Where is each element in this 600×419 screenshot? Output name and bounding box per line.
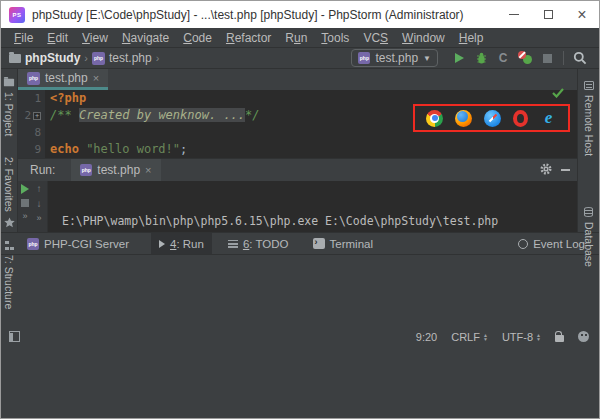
chevron-updown-icon: ▲▼	[483, 333, 488, 341]
caret-position[interactable]: 9:20	[416, 331, 437, 343]
remote-host-icon	[584, 81, 594, 90]
run-configuration-label: test.php	[375, 51, 418, 65]
tab-label: test.php	[45, 71, 88, 85]
coverage-button[interactable]	[492, 48, 514, 68]
menu-tools[interactable]: Tools	[314, 31, 356, 45]
menu-code[interactable]: Code	[176, 31, 219, 45]
main-area: 1: Project 7: Structure 2: Favorites tes…	[1, 69, 599, 232]
internet-explorer-icon[interactable]	[540, 110, 557, 127]
tool-window-bar: PHP-CGI Server 4: Run 6: TODO Terminal E…	[1, 232, 599, 254]
rerun-button[interactable]	[21, 184, 29, 194]
gear-icon	[539, 162, 553, 176]
left-tool-strip: 1: Project 7: Structure 2: Favorites	[1, 69, 18, 232]
menu-window[interactable]: Window	[395, 31, 452, 45]
settings-button[interactable]	[539, 162, 553, 179]
line-number: 1	[18, 90, 45, 107]
menu-navigate[interactable]: Navigate	[115, 31, 176, 45]
navigation-bar: phpStudy › test.php › test.php ▼	[1, 47, 599, 69]
phpstorm-logo-icon: PS	[9, 7, 25, 23]
php-file-icon	[27, 72, 40, 85]
lock-button[interactable]	[555, 331, 564, 342]
chrome-icon[interactable]	[426, 110, 443, 127]
tool-window-toggle-icon[interactable]	[9, 331, 20, 342]
menu-view[interactable]: View	[75, 31, 115, 45]
breadcrumb-separator-icon: ›	[84, 52, 88, 64]
database-icon	[584, 207, 593, 217]
close-button[interactable]	[565, 1, 599, 28]
minimize-button[interactable]	[497, 1, 531, 28]
php-file-icon	[358, 52, 370, 64]
tool-button-run[interactable]: 4: Run	[151, 233, 212, 254]
menu-file[interactable]: File	[7, 31, 40, 45]
console-line: E:\PHP\wamp\bin\php\php5.6.15\php.exe E:…	[62, 214, 577, 229]
maximize-button[interactable]	[531, 1, 565, 28]
run-button[interactable]	[448, 48, 470, 68]
breadcrumb-separator-icon: ›	[156, 52, 160, 64]
menu-vcs[interactable]: VCS	[356, 31, 395, 45]
tool-button-favorites[interactable]: 2: Favorites	[1, 157, 17, 228]
terminal-icon	[313, 238, 325, 249]
toolbar-divider	[563, 51, 564, 65]
structure-icon	[5, 241, 14, 250]
more-actions-icon[interactable]	[36, 214, 41, 222]
code-line: 9 echo "hello word!";	[18, 141, 577, 158]
search-everywhere-button[interactable]	[569, 48, 591, 68]
hide-panel-button[interactable]	[553, 169, 577, 171]
up-stack-trace-icon[interactable]	[37, 184, 42, 194]
unlock-icon	[555, 335, 564, 342]
php-file-icon	[92, 52, 105, 65]
safari-icon[interactable]	[484, 110, 501, 127]
fold-marker-icon[interactable]	[33, 112, 41, 120]
menu-refactor[interactable]: Refactor	[219, 31, 278, 45]
firefox-icon[interactable]	[455, 110, 472, 127]
php-open-tag: <?php	[50, 91, 86, 105]
todo-list-icon	[228, 240, 238, 248]
encoding-select[interactable]: UTF-8 ▲▼	[502, 331, 541, 343]
line-number: 8	[18, 124, 45, 141]
menu-run[interactable]: Run	[278, 31, 314, 45]
browser-popup-highlight	[413, 104, 570, 132]
stop-button[interactable]	[21, 199, 29, 207]
code-editor[interactable]: 1 <?php 2 /** Created by wenknow. ...*/ …	[18, 90, 577, 158]
debug-button[interactable]	[470, 48, 492, 68]
inspection-ok-icon	[552, 88, 564, 98]
tool-button-structure[interactable]: 7: Structure	[1, 241, 17, 309]
run-tab-test-php[interactable]: test.php	[71, 159, 160, 181]
breadcrumb-file[interactable]: test.php	[109, 51, 152, 65]
tool-button-remote-host[interactable]: Remote Host	[578, 81, 599, 156]
folded-comment[interactable]: Created by wenknow. ...	[79, 108, 245, 122]
window-title: phpStudy [E:\Code\phpStudy] - ...\test.p…	[32, 8, 497, 22]
profile-button[interactable]	[514, 48, 536, 68]
inspection-profile-button[interactable]	[578, 331, 589, 342]
tool-button-todo[interactable]: 6: TODO	[220, 233, 297, 254]
tool-button-database[interactable]: Database	[578, 207, 599, 267]
chevron-down-icon: ▼	[423, 54, 431, 63]
down-stack-trace-icon[interactable]	[37, 199, 42, 209]
line-number: 9	[18, 141, 45, 158]
bug-icon	[475, 52, 488, 65]
title-bar: PS phpStudy [E:\Code\phpStudy] - ...\tes…	[1, 1, 599, 28]
tool-button-project[interactable]: 1: Project	[1, 78, 17, 136]
event-log-icon	[518, 239, 528, 249]
run-icon	[159, 240, 165, 248]
close-tab-icon[interactable]	[145, 164, 151, 176]
menu-edit[interactable]: Edit	[40, 31, 75, 45]
right-tool-strip: Remote Host Database	[577, 69, 599, 232]
run-panel-label: Run:	[30, 163, 55, 177]
stop-button[interactable]	[536, 48, 558, 68]
opera-icon[interactable]	[513, 110, 528, 127]
close-tab-icon[interactable]	[93, 72, 99, 84]
phpstorm-window: PS phpStudy [E:\Code\phpStudy] - ...\tes…	[0, 0, 600, 419]
breadcrumb-project[interactable]: phpStudy	[25, 51, 80, 65]
menu-bar: File Edit View Navigate Code Refactor Ru…	[1, 28, 599, 47]
chevron-updown-icon: ▲▼	[536, 333, 541, 341]
run-configuration-select[interactable]: test.php ▼	[351, 49, 438, 67]
run-tab-label: test.php	[97, 163, 140, 177]
more-actions-icon[interactable]	[22, 212, 27, 220]
tab-test-php[interactable]: test.php	[18, 69, 108, 90]
tool-button-terminal[interactable]: Terminal	[305, 233, 381, 254]
editor-column: test.php 1 <?php 2 /** Created by wenkno…	[18, 69, 577, 232]
tool-button-php-cgi-server[interactable]: PHP-CGI Server	[19, 233, 137, 254]
menu-help[interactable]: Help	[452, 31, 491, 45]
line-separator-select[interactable]: CRLF ▲▼	[451, 331, 488, 343]
